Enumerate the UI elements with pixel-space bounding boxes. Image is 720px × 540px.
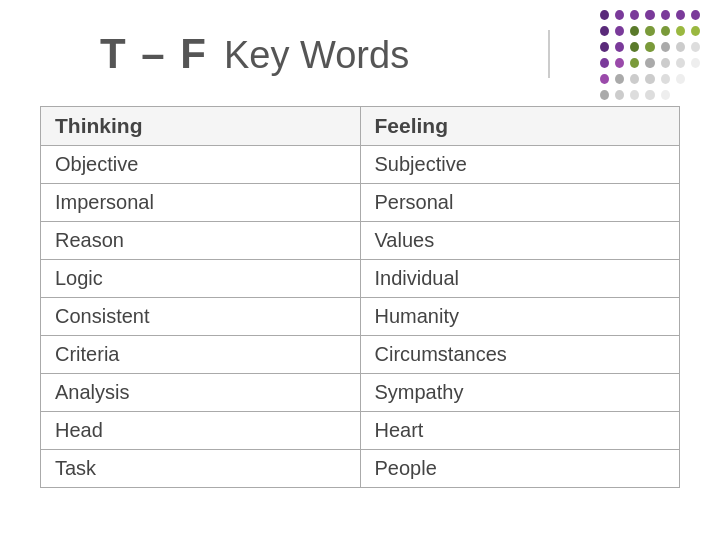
title-keywords: Key Words	[224, 34, 409, 77]
col2-cell: Personal	[360, 184, 680, 222]
title-divider	[548, 30, 550, 78]
dot-row	[600, 90, 700, 100]
col2-cell: Heart	[360, 412, 680, 450]
table-row: TaskPeople	[41, 450, 680, 488]
table-row: ConsistentHumanity	[41, 298, 680, 336]
col1-cell: Impersonal	[41, 184, 361, 222]
dot	[691, 90, 700, 100]
table-row: CriteriaCircumstances	[41, 336, 680, 374]
dot-row	[600, 10, 700, 20]
table-row: ReasonValues	[41, 222, 680, 260]
col1-cell: Criteria	[41, 336, 361, 374]
col2-cell: People	[360, 450, 680, 488]
title-tf: T – F	[100, 30, 208, 78]
col1-cell: Reason	[41, 222, 361, 260]
dot	[600, 10, 609, 20]
col2-header: Feeling	[360, 107, 680, 146]
col1-cell: Analysis	[41, 374, 361, 412]
col2-cell: Values	[360, 222, 680, 260]
col1-cell: Logic	[41, 260, 361, 298]
dot	[600, 90, 609, 100]
dot	[691, 10, 700, 20]
table-row: ImpersonalPersonal	[41, 184, 680, 222]
dot	[645, 10, 654, 20]
dot	[691, 74, 700, 84]
dot	[630, 10, 639, 20]
col2-cell: Humanity	[360, 298, 680, 336]
keyword-table: Thinking Feeling ObjectiveSubjectiveImpe…	[40, 106, 680, 488]
table-row: ObjectiveSubjective	[41, 146, 680, 184]
page-container: T – F Key Words Thinking Feeling Objecti…	[0, 0, 720, 540]
table-header-row: Thinking Feeling	[41, 107, 680, 146]
col2-cell: Circumstances	[360, 336, 680, 374]
dot	[615, 90, 624, 100]
dot	[676, 90, 685, 100]
col1-header: Thinking	[41, 107, 361, 146]
col2-cell: Sympathy	[360, 374, 680, 412]
col1-cell: Task	[41, 450, 361, 488]
dot	[691, 42, 700, 52]
table-row: HeadHeart	[41, 412, 680, 450]
col1-cell: Consistent	[41, 298, 361, 336]
col2-cell: Individual	[360, 260, 680, 298]
title-area-wrapper: T – F Key Words	[40, 30, 680, 78]
dot	[661, 90, 670, 100]
col1-cell: Head	[41, 412, 361, 450]
title-area: T – F Key Words	[40, 30, 680, 78]
dot	[630, 90, 639, 100]
dot	[615, 10, 624, 20]
dot	[676, 10, 685, 20]
dot	[691, 26, 700, 36]
dot	[691, 58, 700, 68]
table-row: AnalysisSympathy	[41, 374, 680, 412]
col1-cell: Objective	[41, 146, 361, 184]
dot	[645, 90, 654, 100]
table-row: LogicIndividual	[41, 260, 680, 298]
dot	[661, 10, 670, 20]
col2-cell: Subjective	[360, 146, 680, 184]
